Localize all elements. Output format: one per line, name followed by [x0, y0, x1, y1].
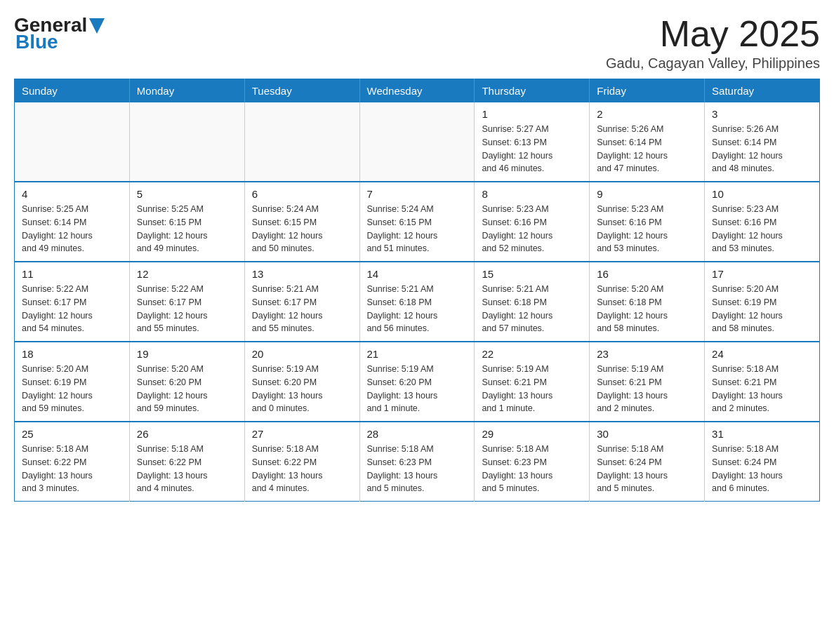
day-info: Sunrise: 5:18 AMSunset: 6:23 PMDaylight:… — [367, 443, 468, 495]
day-number: 21 — [367, 348, 468, 360]
day-info: Sunrise: 5:24 AMSunset: 6:15 PMDaylight:… — [367, 203, 468, 255]
day-number: 8 — [482, 188, 582, 200]
calendar-cell: 1Sunrise: 5:27 AMSunset: 6:13 PMDaylight… — [475, 102, 590, 182]
calendar-cell: 12Sunrise: 5:22 AMSunset: 6:17 PMDayligh… — [129, 262, 244, 342]
calendar-cell: 23Sunrise: 5:19 AMSunset: 6:21 PMDayligh… — [590, 342, 705, 422]
day-info: Sunrise: 5:19 AMSunset: 6:21 PMDaylight:… — [597, 363, 697, 415]
day-info: Sunrise: 5:22 AMSunset: 6:17 PMDaylight:… — [22, 283, 122, 335]
calendar-week-row: 1Sunrise: 5:27 AMSunset: 6:13 PMDaylight… — [15, 102, 820, 182]
day-info: Sunrise: 5:23 AMSunset: 6:16 PMDaylight:… — [597, 203, 697, 255]
day-number: 18 — [22, 348, 122, 360]
calendar-cell — [359, 102, 475, 182]
location-title: Gadu, Cagayan Valley, Philippines — [606, 55, 820, 72]
day-number: 28 — [367, 428, 468, 440]
day-number: 14 — [367, 268, 468, 280]
calendar-cell: 17Sunrise: 5:20 AMSunset: 6:19 PMDayligh… — [705, 262, 820, 342]
calendar-cell: 28Sunrise: 5:18 AMSunset: 6:23 PMDayligh… — [359, 422, 475, 502]
calendar-week-row: 4Sunrise: 5:25 AMSunset: 6:14 PMDaylight… — [15, 182, 820, 262]
column-header-saturday: Saturday — [705, 79, 820, 103]
day-number: 20 — [252, 348, 352, 360]
day-number: 1 — [482, 108, 582, 120]
calendar-cell: 21Sunrise: 5:19 AMSunset: 6:20 PMDayligh… — [359, 342, 475, 422]
day-number: 12 — [137, 268, 237, 280]
day-number: 19 — [137, 348, 237, 360]
calendar-cell — [15, 102, 130, 182]
calendar-cell: 18Sunrise: 5:20 AMSunset: 6:19 PMDayligh… — [15, 342, 130, 422]
day-info: Sunrise: 5:18 AMSunset: 6:22 PMDaylight:… — [252, 443, 352, 495]
logo: General Blue — [14, 14, 105, 53]
day-number: 5 — [137, 188, 237, 200]
day-info: Sunrise: 5:18 AMSunset: 6:24 PMDaylight:… — [712, 443, 812, 495]
title-area: May 2025 Gadu, Cagayan Valley, Philippin… — [606, 14, 820, 72]
day-number: 2 — [597, 108, 697, 120]
column-header-wednesday: Wednesday — [359, 79, 475, 103]
calendar-cell: 30Sunrise: 5:18 AMSunset: 6:24 PMDayligh… — [590, 422, 705, 502]
day-info: Sunrise: 5:24 AMSunset: 6:15 PMDaylight:… — [252, 203, 352, 255]
day-info: Sunrise: 5:20 AMSunset: 6:19 PMDaylight:… — [712, 283, 812, 335]
day-info: Sunrise: 5:18 AMSunset: 6:22 PMDaylight:… — [137, 443, 237, 495]
day-number: 25 — [22, 428, 122, 440]
day-number: 7 — [367, 188, 468, 200]
day-info: Sunrise: 5:22 AMSunset: 6:17 PMDaylight:… — [137, 283, 237, 335]
day-number: 10 — [712, 188, 812, 200]
calendar-week-row: 11Sunrise: 5:22 AMSunset: 6:17 PMDayligh… — [15, 262, 820, 342]
calendar-cell: 13Sunrise: 5:21 AMSunset: 6:17 PMDayligh… — [244, 262, 359, 342]
logo-blue-text: Blue — [15, 31, 58, 53]
day-number: 27 — [252, 428, 352, 440]
column-header-monday: Monday — [129, 79, 244, 103]
calendar-cell: 22Sunrise: 5:19 AMSunset: 6:21 PMDayligh… — [475, 342, 590, 422]
calendar-cell: 25Sunrise: 5:18 AMSunset: 6:22 PMDayligh… — [15, 422, 130, 502]
calendar-cell: 15Sunrise: 5:21 AMSunset: 6:18 PMDayligh… — [475, 262, 590, 342]
calendar-cell — [244, 102, 359, 182]
day-info: Sunrise: 5:20 AMSunset: 6:20 PMDaylight:… — [137, 363, 237, 415]
calendar-cell: 27Sunrise: 5:18 AMSunset: 6:22 PMDayligh… — [244, 422, 359, 502]
day-info: Sunrise: 5:21 AMSunset: 6:17 PMDaylight:… — [252, 283, 352, 335]
day-number: 13 — [252, 268, 352, 280]
day-info: Sunrise: 5:21 AMSunset: 6:18 PMDaylight:… — [482, 283, 582, 335]
day-info: Sunrise: 5:20 AMSunset: 6:19 PMDaylight:… — [22, 363, 122, 415]
page-header: General Blue May 2025 Gadu, Cagayan Vall… — [14, 14, 820, 72]
calendar-cell: 9Sunrise: 5:23 AMSunset: 6:16 PMDaylight… — [590, 182, 705, 262]
calendar-week-row: 18Sunrise: 5:20 AMSunset: 6:19 PMDayligh… — [15, 342, 820, 422]
day-info: Sunrise: 5:19 AMSunset: 6:20 PMDaylight:… — [252, 363, 352, 415]
logo-triangle-icon — [89, 18, 105, 34]
day-number: 23 — [597, 348, 697, 360]
day-info: Sunrise: 5:26 AMSunset: 6:14 PMDaylight:… — [712, 123, 812, 175]
calendar-cell: 11Sunrise: 5:22 AMSunset: 6:17 PMDayligh… — [15, 262, 130, 342]
svg-marker-0 — [89, 18, 105, 34]
calendar-cell: 10Sunrise: 5:23 AMSunset: 6:16 PMDayligh… — [705, 182, 820, 262]
day-number: 30 — [597, 428, 697, 440]
day-info: Sunrise: 5:19 AMSunset: 6:20 PMDaylight:… — [367, 363, 468, 415]
day-info: Sunrise: 5:25 AMSunset: 6:15 PMDaylight:… — [137, 203, 237, 255]
calendar-cell: 6Sunrise: 5:24 AMSunset: 6:15 PMDaylight… — [244, 182, 359, 262]
day-number: 3 — [712, 108, 812, 120]
day-number: 31 — [712, 428, 812, 440]
day-info: Sunrise: 5:23 AMSunset: 6:16 PMDaylight:… — [712, 203, 812, 255]
day-info: Sunrise: 5:19 AMSunset: 6:21 PMDaylight:… — [482, 363, 582, 415]
calendar-cell: 4Sunrise: 5:25 AMSunset: 6:14 PMDaylight… — [15, 182, 130, 262]
day-number: 11 — [22, 268, 122, 280]
calendar-cell: 20Sunrise: 5:19 AMSunset: 6:20 PMDayligh… — [244, 342, 359, 422]
day-info: Sunrise: 5:18 AMSunset: 6:23 PMDaylight:… — [482, 443, 582, 495]
day-number: 4 — [22, 188, 122, 200]
column-header-sunday: Sunday — [15, 79, 130, 103]
calendar-header-row: SundayMondayTuesdayWednesdayThursdayFrid… — [15, 79, 820, 103]
day-info: Sunrise: 5:18 AMSunset: 6:21 PMDaylight:… — [712, 363, 812, 415]
day-number: 29 — [482, 428, 582, 440]
calendar-cell: 5Sunrise: 5:25 AMSunset: 6:15 PMDaylight… — [129, 182, 244, 262]
day-info: Sunrise: 5:25 AMSunset: 6:14 PMDaylight:… — [22, 203, 122, 255]
day-info: Sunrise: 5:20 AMSunset: 6:18 PMDaylight:… — [597, 283, 697, 335]
calendar-cell: 7Sunrise: 5:24 AMSunset: 6:15 PMDaylight… — [359, 182, 475, 262]
day-number: 15 — [482, 268, 582, 280]
column-header-tuesday: Tuesday — [244, 79, 359, 103]
day-info: Sunrise: 5:23 AMSunset: 6:16 PMDaylight:… — [482, 203, 582, 255]
day-info: Sunrise: 5:18 AMSunset: 6:22 PMDaylight:… — [22, 443, 122, 495]
calendar-cell: 26Sunrise: 5:18 AMSunset: 6:22 PMDayligh… — [129, 422, 244, 502]
day-info: Sunrise: 5:26 AMSunset: 6:14 PMDaylight:… — [597, 123, 697, 175]
column-header-friday: Friday — [590, 79, 705, 103]
calendar-cell: 31Sunrise: 5:18 AMSunset: 6:24 PMDayligh… — [705, 422, 820, 502]
day-info: Sunrise: 5:27 AMSunset: 6:13 PMDaylight:… — [482, 123, 582, 175]
calendar-cell: 3Sunrise: 5:26 AMSunset: 6:14 PMDaylight… — [705, 102, 820, 182]
day-number: 24 — [712, 348, 812, 360]
day-number: 17 — [712, 268, 812, 280]
